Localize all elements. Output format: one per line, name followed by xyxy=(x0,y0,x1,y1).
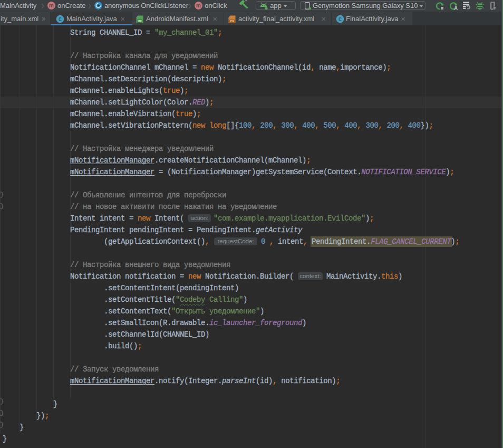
svg-text:CX: CX xyxy=(230,20,234,23)
svg-text:MF: MF xyxy=(138,20,142,23)
svg-text:C: C xyxy=(59,17,62,23)
svg-text:A: A xyxy=(454,5,458,10)
svg-text:C: C xyxy=(338,17,342,23)
